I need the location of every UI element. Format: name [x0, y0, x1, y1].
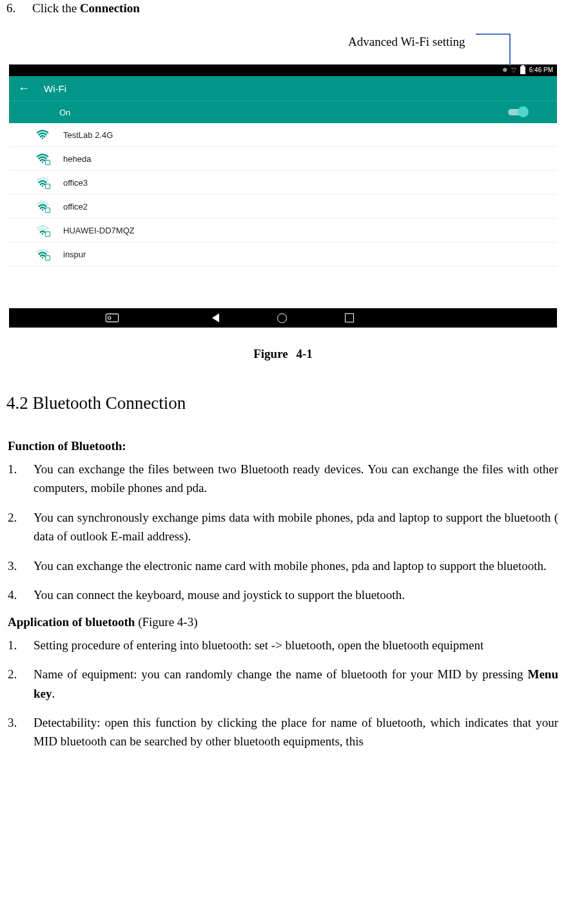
nav-bar	[9, 308, 557, 328]
svg-point-3	[42, 209, 44, 211]
step-number: 6.	[6, 1, 32, 15]
wifi-ssid: office2	[63, 202, 88, 211]
wifi-ssid: heheda	[63, 154, 91, 164]
wifi-network-list: TestLab 2.4G heheda office3 office2 HUAW…	[9, 123, 557, 266]
list-num: 1.	[8, 636, 34, 654]
blank-area	[9, 266, 557, 308]
wifi-ssid: TestLab 2.4G	[63, 130, 113, 140]
bluetooth-status-icon	[502, 67, 507, 74]
screenshot-nav-icon[interactable]	[83, 313, 141, 322]
bluetooth-application-list: 1.Setting procedure of entering into blu…	[6, 636, 560, 751]
list-num: 4.	[8, 585, 34, 604]
bluetooth-function-heading: Function of Bluetooth:	[8, 439, 560, 453]
figure-caption: Figure 4-1	[6, 347, 560, 361]
wifi-network-item[interactable]: HUAWEI-DD7MQZ	[9, 219, 557, 242]
annotation-pointer-line	[509, 34, 511, 66]
appbar-title: Wi-Fi	[44, 83, 66, 94]
svg-point-5	[42, 257, 44, 259]
list-text: You can connect the keyboard, mouse and …	[34, 585, 558, 604]
list-text: Setting procedure of entering into bluet…	[34, 636, 558, 654]
wifi-signal-icon	[36, 225, 49, 235]
list-num: 2.	[8, 508, 34, 546]
step-text: Click the Connection	[32, 1, 140, 15]
wifi-network-item[interactable]: inspur	[9, 242, 557, 266]
svg-point-4	[42, 233, 44, 235]
list-item: 4.You can connect the keyboard, mouse an…	[8, 585, 558, 604]
list-item: 1.Setting procedure of entering into blu…	[8, 636, 558, 654]
wifi-network-item[interactable]: office2	[9, 195, 557, 219]
wifi-ssid: office3	[63, 178, 88, 188]
wifi-signal-icon	[36, 249, 49, 259]
wifi-network-item[interactable]: TestLab 2.4G	[9, 123, 557, 147]
wifi-on-label: On	[59, 108, 70, 117]
wifi-status-icon	[511, 67, 516, 74]
wifi-toggle[interactable]	[508, 109, 527, 115]
bluetooth-application-heading: Application of bluetooth (Figure 4-3)	[8, 615, 560, 629]
wifi-network-item[interactable]: office3	[9, 171, 557, 195]
list-num: 3.	[8, 713, 34, 751]
list-item: 3.Detectability: open this function by c…	[8, 713, 558, 751]
list-text: Name of equipment: you can randomly chan…	[34, 665, 558, 703]
step-6: 6. Click the Connection	[6, 1, 560, 15]
list-item: 1.You can exchange the files between two…	[8, 460, 558, 498]
section-heading: 4.2 Bluetooth Connection	[6, 393, 560, 413]
wifi-network-item[interactable]: heheda	[9, 147, 557, 171]
svg-point-7	[108, 317, 110, 319]
nav-home-icon[interactable]	[277, 313, 287, 323]
wifi-signal-icon	[36, 153, 49, 164]
nav-recent-icon[interactable]	[345, 313, 354, 322]
list-text: Detectability: open this function by cli…	[34, 713, 558, 751]
status-bar: 6:46 PM	[9, 64, 557, 76]
list-num: 1.	[8, 460, 34, 498]
status-time: 6:46 PM	[529, 67, 553, 74]
svg-point-1	[42, 161, 44, 163]
list-num: 2.	[8, 665, 34, 703]
app-bar: ← Wi-Fi	[9, 76, 557, 101]
wifi-ssid: inspur	[63, 250, 86, 259]
battery-icon	[520, 66, 525, 74]
list-text: You can exchange the electronic name car…	[34, 556, 558, 575]
annotation-callout: Advanced Wi-Fi setting	[6, 28, 560, 61]
wifi-master-toggle-row[interactable]: On	[9, 101, 557, 123]
wifi-signal-icon	[36, 130, 49, 140]
list-text: You can synchronously exchange pims data…	[34, 508, 558, 546]
list-item: 3.You can exchange the electronic name c…	[8, 556, 558, 575]
nav-buttons	[212, 313, 354, 323]
svg-point-2	[42, 185, 44, 187]
wifi-signal-icon	[36, 201, 49, 211]
bluetooth-function-list: 1.You can exchange the files between two…	[6, 460, 560, 605]
back-icon[interactable]: ←	[18, 82, 30, 95]
list-item: 2.You can synchronously exchange pims da…	[8, 508, 558, 546]
wifi-signal-icon	[36, 177, 49, 188]
android-screenshot: 6:46 PM ← Wi-Fi On TestLab 2.4G heheda o…	[9, 64, 557, 328]
annotation-label: Advanced Wi-Fi setting	[348, 35, 465, 49]
list-num: 3.	[8, 556, 34, 575]
svg-point-0	[42, 137, 44, 139]
wifi-ssid: HUAWEI-DD7MQZ	[63, 226, 135, 235]
list-item: 2.Name of equipment: you can randomly ch…	[8, 665, 558, 703]
nav-back-icon[interactable]	[212, 313, 219, 322]
list-text: You can exchange the files between two B…	[34, 460, 558, 498]
